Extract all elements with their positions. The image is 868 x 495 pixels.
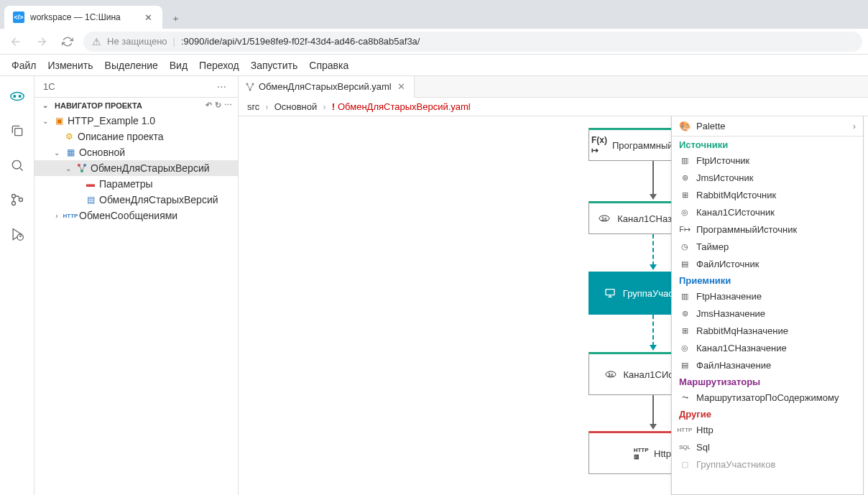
warning-icon: ⚠ [92, 36, 101, 47]
palette-item-label: ГруппаУчастников [696, 459, 775, 470]
back-button[interactable] [6, 32, 26, 52]
activity-search[interactable] [3, 151, 32, 180]
menu-view[interactable]: Вид [170, 60, 188, 71]
chevron-right-icon: › [52, 212, 62, 220]
tree-label: HTTP_Example 1.0 [68, 115, 155, 126]
palette-item[interactable]: HTTPHttp [672, 421, 863, 438]
palette-item[interactable]: SQLSql [672, 438, 863, 455]
navigator-section[interactable]: ⌄ НАВИГАТОР ПРОЕКТА ↶ ↻ ⋯ [34, 98, 238, 113]
router-icon: ⤳ [679, 392, 691, 403]
forward-button[interactable] [32, 32, 52, 52]
menu-go[interactable]: Переход [199, 60, 239, 71]
gear-icon: ⚙ [63, 131, 75, 142]
arrow-head-icon [650, 424, 657, 430]
tree-exchange-msg[interactable]: › HTTP ОбменСообщениями [34, 208, 238, 223]
palette-item-label: Канал1СИсточник [696, 207, 775, 218]
palette-item-label: RabbitMqИсточник [696, 190, 776, 200]
activity-explorer[interactable] [3, 82, 32, 111]
palette-item[interactable]: ◎Канал1СНазначение [672, 339, 863, 356]
tree-params[interactable]: ▬ Параметры [34, 176, 238, 192]
palette-item-label: FtpИсточник [696, 155, 749, 166]
browser-tab[interactable]: </> workspace — 1С:Шина ✕ [4, 6, 162, 29]
favicon-icon: </> [13, 11, 24, 23]
palette-item[interactable]: ⊚JmsИсточник [672, 169, 863, 186]
editor-tab-label: ОбменДляСтарыхВерсий.yaml [259, 81, 392, 92]
browser-tab-strip: </> workspace — 1С:Шина ✕ ＋ [0, 0, 868, 29]
menu-file[interactable]: Файл [11, 60, 36, 71]
breadcrumb-item-error[interactable]: !ОбменДляСтарыхВерсий.yaml [332, 101, 471, 112]
svg-text:1c: 1c [601, 216, 607, 221]
1c-icon: 1c [599, 213, 610, 224]
url-divider: | [173, 36, 175, 47]
browser-toolbar: ⚠ Не защищено | :9090/ide/api/v1/519e8fe… [0, 29, 868, 55]
palette-item[interactable]: ⊚JmsНазначение [672, 305, 863, 322]
menu-help[interactable]: Справка [309, 60, 348, 71]
rabbit-icon: ⊞ [679, 189, 691, 200]
navigator-label: НАВИГАТОР ПРОЕКТА [55, 101, 142, 110]
jms-icon: ⊚ [679, 172, 691, 183]
tree-exchange-file[interactable]: ▤ ОбменДляСтарыхВерсий [34, 192, 238, 208]
menu-edit[interactable]: Изменить [47, 60, 93, 71]
close-icon[interactable]: ✕ [142, 11, 154, 23]
palette-section-sinks: Приемники [672, 272, 863, 287]
arrow [652, 395, 654, 425]
jms-icon: ⊚ [679, 307, 691, 319]
palette-item-label: МаршрутизаторПоСодержимому [696, 392, 839, 403]
menu-selection[interactable]: Выделение [105, 60, 158, 71]
tree-label: ОбменСообщениями [79, 210, 177, 221]
breadcrumb-item[interactable]: src [247, 101, 259, 112]
tree-desc[interactable]: ⚙ Описание проекта [34, 129, 238, 144]
tree-exchange-old[interactable]: ⌄ ОбменДляСтарыхВерсий [34, 160, 238, 176]
palette-item-label: Таймер [696, 241, 729, 252]
palette-header[interactable]: 🎨 Palette › [672, 116, 863, 137]
new-tab-button[interactable]: ＋ [165, 9, 185, 29]
rabbit-icon: ⊞ [679, 325, 691, 336]
tree-project[interactable]: ⌄ ▣ HTTP_Example 1.0 [34, 113, 238, 129]
chevron-down-icon: ⌄ [40, 101, 50, 109]
tree-label: Описание проекта [78, 131, 164, 142]
activity-scm[interactable] [3, 185, 32, 214]
function-icon: F(x)↦ [594, 139, 605, 151]
palette-icon: 🎨 [679, 121, 691, 131]
menu-run[interactable]: Запустить [251, 60, 298, 71]
palette-item[interactable]: ⊞RabbitMqНазначение [672, 322, 863, 339]
more-icon[interactable]: ⋯ [214, 81, 229, 92]
palette-item-label: ПрограммныйИсточник [696, 224, 797, 235]
palette-item-label: ФайлНазначение [696, 360, 771, 371]
svg-point-5 [19, 198, 22, 202]
palette-item[interactable]: ▤ФайлНазначение [672, 356, 863, 374]
palette-item[interactable]: ▥FtpИсточник [672, 152, 863, 169]
palette-item[interactable]: ▤ФайлИсточник [672, 255, 863, 272]
tree-main[interactable]: ⌄ ▦ Основной [34, 144, 238, 160]
chevron-right-icon[interactable]: › [853, 121, 856, 131]
1c-icon: 1c [605, 369, 617, 380]
1c-icon: ◎ [679, 342, 691, 353]
breadcrumb-item[interactable]: Основной [274, 101, 318, 112]
timer-icon: ◷ [679, 241, 691, 252]
more-icon[interactable]: ⋯ [224, 101, 232, 110]
file-icon: ▤ [679, 359, 691, 371]
palette-item[interactable]: ◎Канал1СИсточник [672, 203, 863, 221]
close-icon[interactable]: ✕ [396, 81, 407, 92]
refresh-left-icon[interactable]: ↶ [206, 101, 212, 110]
palette-item[interactable]: ⊞RabbitMqИсточник [672, 186, 863, 203]
file-icon: ▤ [679, 258, 691, 269]
palette-item-label: RabbitMqНазначение [696, 325, 788, 336]
palette-item[interactable]: F↦ПрограммныйИсточник [672, 221, 863, 238]
palette-item[interactable]: ▢ГруппаУчастников [672, 455, 863, 473]
palette-item[interactable]: ⤳МаршрутизаторПоСодержимому [672, 389, 863, 406]
activity-copy[interactable] [3, 116, 32, 145]
reload-button[interactable] [57, 32, 78, 52]
palette-item[interactable]: ◷Таймер [672, 238, 863, 255]
palette-item[interactable]: ▥FtpНазначение [672, 287, 863, 305]
activity-debug[interactable] [3, 220, 32, 249]
arrow-dashed [652, 315, 654, 346]
editor-tab[interactable]: ОбменДляСтарыхВерсий.yaml ✕ [239, 76, 415, 98]
sidebar-title: 1С [43, 81, 214, 92]
refresh-icon[interactable]: ↻ [215, 101, 221, 110]
canvas[interactable]: F(x)↦ ПрограммныйИсточник 1c Канал1СНазн… [239, 116, 868, 495]
url-bar[interactable]: ⚠ Не защищено | :9090/ide/api/v1/519e8fe… [83, 32, 862, 52]
blocks-icon: ▦ [65, 147, 76, 158]
palette: 🎨 Palette › Источники ▥FtpИсточник ⊚JmsИ… [671, 116, 864, 495]
monitor-icon [604, 287, 616, 299]
